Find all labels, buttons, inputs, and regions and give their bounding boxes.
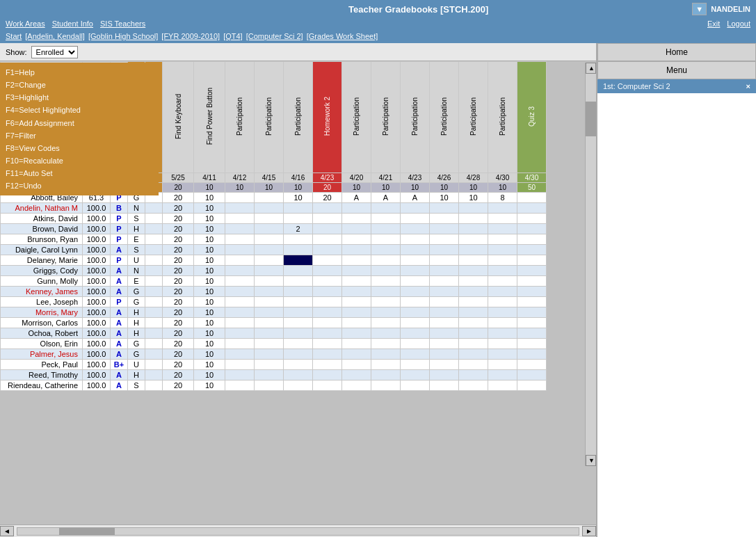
- score-cell[interactable]: 20: [163, 276, 194, 287]
- score-cell[interactable]: 10: [194, 370, 225, 380]
- score-cell[interactable]: [284, 245, 313, 255]
- score-cell[interactable]: [255, 297, 284, 307]
- breadcrumb-grades[interactable]: [Grades Work Sheet]: [307, 32, 378, 40]
- score-cell[interactable]: 10: [194, 380, 225, 391]
- score-cell[interactable]: [517, 203, 547, 214]
- score-cell[interactable]: [342, 245, 371, 255]
- score-cell[interactable]: [313, 370, 342, 380]
- score-cell[interactable]: 20: [163, 245, 194, 255]
- score-cell[interactable]: [225, 276, 255, 287]
- score-cell[interactable]: [371, 297, 401, 307]
- score-cell[interactable]: 10: [194, 287, 225, 297]
- score-cell[interactable]: [284, 370, 313, 380]
- score-cell[interactable]: [371, 318, 401, 328]
- score-cell[interactable]: 10: [194, 255, 225, 266]
- score-cell[interactable]: [371, 328, 401, 339]
- vertical-scrollbar[interactable]: ▲ ▼: [585, 63, 596, 466]
- scrollbar-thumb[interactable]: [59, 528, 115, 535]
- score-cell[interactable]: 10: [194, 266, 225, 276]
- score-cell[interactable]: [313, 307, 342, 318]
- score-cell[interactable]: [225, 318, 255, 328]
- score-cell[interactable]: [401, 287, 430, 297]
- score-cell[interactable]: [430, 297, 459, 307]
- score-cell[interactable]: [284, 380, 313, 391]
- score-cell[interactable]: [517, 276, 547, 287]
- student-name[interactable]: Lee, Joseph: [1, 297, 83, 307]
- score-cell[interactable]: [255, 266, 284, 276]
- score-cell[interactable]: [371, 276, 401, 287]
- score-cell[interactable]: [371, 214, 401, 224]
- score-cell[interactable]: [401, 380, 430, 391]
- score-cell[interactable]: 20: [163, 370, 194, 380]
- score-cell[interactable]: [488, 349, 517, 360]
- score-cell[interactable]: [488, 214, 517, 224]
- score-cell[interactable]: [430, 287, 459, 297]
- score-cell[interactable]: [255, 360, 284, 370]
- score-cell[interactable]: [371, 307, 401, 318]
- score-cell[interactable]: [255, 328, 284, 339]
- score-cell[interactable]: [459, 380, 488, 391]
- score-cell[interactable]: 10: [194, 193, 225, 203]
- score-cell[interactable]: [517, 245, 547, 255]
- score-cell[interactable]: [313, 214, 342, 224]
- score-cell[interactable]: 10: [194, 307, 225, 318]
- score-cell[interactable]: [459, 255, 488, 266]
- score-cell[interactable]: 20: [163, 380, 194, 391]
- student-name[interactable]: Peck, Paul: [1, 360, 83, 370]
- score-cell[interactable]: [517, 380, 547, 391]
- score-cell[interactable]: 20: [163, 193, 194, 203]
- score-cell[interactable]: [401, 328, 430, 339]
- breadcrumb-start[interactable]: Start: [6, 32, 22, 40]
- score-cell[interactable]: 10: [194, 349, 225, 360]
- score-cell[interactable]: [255, 370, 284, 380]
- score-cell[interactable]: [342, 328, 371, 339]
- score-cell[interactable]: [430, 328, 459, 339]
- score-cell[interactable]: [459, 349, 488, 360]
- score-cell[interactable]: 10: [194, 328, 225, 339]
- score-cell[interactable]: [313, 255, 342, 266]
- score-cell[interactable]: [342, 318, 371, 328]
- score-cell[interactable]: [430, 370, 459, 380]
- score-cell[interactable]: [371, 224, 401, 234]
- score-cell[interactable]: [430, 203, 459, 214]
- score-cell[interactable]: [459, 328, 488, 339]
- score-cell[interactable]: [430, 266, 459, 276]
- score-cell[interactable]: [255, 349, 284, 360]
- score-cell[interactable]: [401, 339, 430, 349]
- breadcrumb-fyr[interactable]: [FYR 2009-2010]: [161, 32, 220, 40]
- score-cell[interactable]: [371, 370, 401, 380]
- score-cell[interactable]: [225, 224, 255, 234]
- score-cell[interactable]: [430, 234, 459, 245]
- score-cell[interactable]: [401, 276, 430, 287]
- score-cell[interactable]: 10: [194, 360, 225, 370]
- score-cell[interactable]: [459, 307, 488, 318]
- breadcrumb-qt4[interactable]: [QT4]: [223, 32, 243, 40]
- score-cell[interactable]: [430, 276, 459, 287]
- student-name[interactable]: Delaney, Marie: [1, 255, 83, 266]
- sidebar-close-button[interactable]: ×: [746, 82, 750, 90]
- score-cell[interactable]: [284, 214, 313, 224]
- score-cell[interactable]: 20: [163, 297, 194, 307]
- student-name[interactable]: Morris, Mary: [1, 307, 83, 318]
- score-cell[interactable]: [430, 318, 459, 328]
- score-cell[interactable]: A: [401, 193, 430, 203]
- score-cell[interactable]: [459, 266, 488, 276]
- scroll-right-button[interactable]: ►: [582, 526, 596, 536]
- score-cell[interactable]: [459, 214, 488, 224]
- score-cell[interactable]: [342, 276, 371, 287]
- score-cell[interactable]: 10: [194, 203, 225, 214]
- score-cell[interactable]: [371, 266, 401, 276]
- horizontal-scrollbar[interactable]: ◄ ►: [0, 524, 596, 537]
- score-cell[interactable]: [313, 287, 342, 297]
- score-cell[interactable]: [401, 203, 430, 214]
- score-cell[interactable]: [255, 339, 284, 349]
- nav-sis-teachers[interactable]: SIS Teachers: [100, 19, 145, 28]
- score-cell[interactable]: [313, 297, 342, 307]
- score-cell[interactable]: 10: [430, 193, 459, 203]
- score-cell[interactable]: [255, 245, 284, 255]
- score-cell[interactable]: [401, 214, 430, 224]
- logout-link[interactable]: Logout: [727, 19, 750, 28]
- score-cell[interactable]: 10: [194, 339, 225, 349]
- score-cell[interactable]: 2: [284, 224, 313, 234]
- score-cell[interactable]: [255, 287, 284, 297]
